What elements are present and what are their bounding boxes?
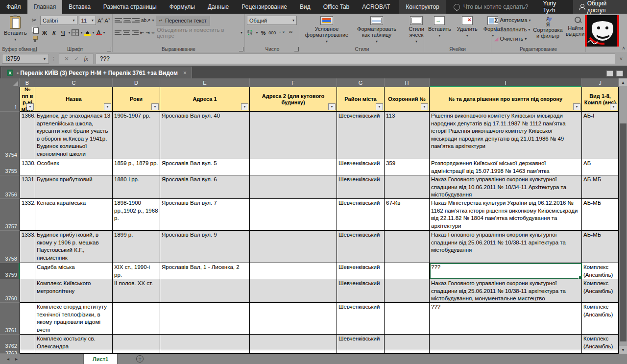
sheet-tab-active[interactable]: Лист1 (83, 354, 118, 364)
cell[interactable]: Комплекс (Ансамбль) (582, 303, 619, 335)
share-button[interactable]: Общий доступ (573, 0, 627, 14)
number-format-combobox[interactable]: Общий ▾ (247, 16, 297, 25)
row-header[interactable]: 3760 (0, 279, 20, 303)
document-tab[interactable]: X - Перелік КИЇВ (3) Реєстр Н-М + Перелі… (1, 67, 192, 78)
filter-button[interactable]: ▼ (376, 103, 383, 110)
tab-office-tab[interactable]: Office Tab (317, 0, 356, 14)
filter-button[interactable]: ▼ (104, 103, 111, 110)
cell[interactable] (250, 199, 337, 231)
font-color-button[interactable]: А (96, 30, 102, 35)
cell[interactable] (385, 263, 430, 279)
header-cell[interactable]: Роки▼ (113, 87, 160, 112)
header-cell[interactable]: Адреса 1▼ (160, 87, 250, 112)
column-header[interactable]: J (582, 78, 619, 87)
font-family-combobox[interactable]: Calibri ▾ (40, 16, 77, 25)
cell[interactable] (250, 335, 337, 350)
cell[interactable]: Шевченківський (337, 279, 385, 303)
cell[interactable]: Шевченківський (337, 303, 385, 335)
cell[interactable] (430, 335, 582, 350)
cell[interactable]: 1330. (20, 159, 35, 175)
row-header[interactable]: 3761 (0, 303, 20, 335)
borders-button[interactable] (72, 29, 79, 36)
cell[interactable] (20, 263, 35, 279)
italic-button[interactable]: К (50, 30, 58, 36)
name-box[interactable]: I3759 ▾ (2, 54, 49, 64)
cell[interactable]: 1331. (20, 175, 35, 199)
decrease-indent-button[interactable]: ⇤ (140, 30, 144, 35)
active-cell[interactable]: ??? (430, 263, 582, 279)
cell[interactable]: АБ-МБ (582, 231, 619, 263)
filter-button[interactable]: ▼ (26, 103, 34, 110)
dialog-launcher-icon[interactable] (32, 47, 37, 51)
column-header[interactable]: E (160, 78, 250, 87)
cell[interactable]: Садиба міська (35, 263, 113, 279)
scrollbar-thumb[interactable] (620, 123, 627, 341)
cell[interactable]: Кенаса караїмська (35, 199, 113, 231)
cell[interactable]: 1332. (20, 199, 35, 231)
merge-center-button[interactable]: ⬌ Объединить и поместить в центре ▾ (151, 27, 242, 39)
cell[interactable]: Шевченківський (337, 335, 385, 350)
row-header[interactable]: 3762 (0, 335, 20, 350)
cell[interactable]: 1898-1900 рр.,1902 р., 1968 р. (113, 199, 160, 231)
cell[interactable]: АБ (582, 159, 619, 175)
cell[interactable]: Ярославів Вал вул. 9 (160, 231, 250, 263)
cell[interactable] (20, 303, 35, 335)
row-header[interactable]: 3756 (0, 175, 20, 199)
cancel-entry-icon[interactable]: ✕ (64, 55, 69, 62)
cell[interactable] (385, 279, 430, 303)
cell[interactable]: 1366. (20, 112, 35, 159)
delete-cells-button[interactable]: Удалить ▾ (455, 15, 480, 46)
cell[interactable]: ??? (430, 303, 582, 335)
cell[interactable]: Будинок, де знаходилася 13 артелелійська… (35, 112, 113, 159)
cell[interactable] (113, 303, 160, 335)
column-header[interactable]: D (113, 78, 160, 87)
cell[interactable]: Розпорядження Київської міської державно… (430, 159, 582, 175)
cell[interactable]: Будинок прибутковий, в якому у 1906 р. м… (35, 231, 113, 263)
align-left-button[interactable] (115, 30, 121, 36)
align-right-button[interactable] (132, 30, 139, 36)
cell[interactable]: 67-Кв (385, 199, 430, 231)
percent-style-button[interactable]: % (261, 30, 266, 36)
column-header[interactable]: F (250, 78, 337, 87)
cell[interactable]: АБ-І (582, 112, 619, 159)
cell[interactable]: Наказ Головного управління охорони культ… (430, 279, 582, 303)
tab-design-contextual[interactable]: Конструктор (399, 0, 445, 14)
cell[interactable] (250, 159, 337, 175)
underline-button[interactable]: Ч (59, 30, 67, 36)
tab-data[interactable]: Данные (201, 0, 235, 14)
cell[interactable]: Будинок прибутковий (35, 175, 113, 199)
cell[interactable]: Рішення виконавчого комітету Київської м… (430, 112, 582, 159)
row-header[interactable]: 3763 (0, 350, 20, 354)
scroll-up-icon[interactable]: ▲ (619, 78, 627, 86)
cell[interactable]: Комплекс (Ансамбль) (582, 279, 619, 303)
cell[interactable]: Шевченківський (337, 159, 385, 175)
dialog-launcher-icon[interactable] (239, 47, 243, 51)
fill-color-button[interactable]: ◆ (84, 30, 91, 36)
align-middle-button[interactable] (123, 18, 131, 24)
row-header[interactable]: 1 (0, 87, 20, 112)
row-header[interactable]: 3758 (0, 231, 20, 263)
insert-cells-button[interactable]: Вставить ▾ (426, 15, 453, 46)
select-all-corner[interactable] (0, 78, 20, 87)
shrink-font-button[interactable]: А˅ (105, 17, 110, 24)
tab-file[interactable]: Файл (0, 0, 27, 14)
tab-menu-icon[interactable] (616, 71, 623, 76)
clear-button[interactable]: ◢ Очистить ▾ (493, 35, 532, 43)
filter-button[interactable]: ▼ (610, 103, 617, 110)
insert-function-icon[interactable]: fx (84, 55, 88, 63)
paste-button[interactable]: Вставить ▾ (2, 15, 29, 46)
cell[interactable]: Особняк (35, 159, 113, 175)
cell[interactable]: 1899 р. (113, 231, 160, 263)
cell[interactable] (160, 279, 250, 303)
wrap-text-button[interactable]: ↵ Перенести текст (156, 16, 210, 25)
tab-view[interactable]: Вид (293, 0, 317, 14)
cell[interactable]: 1859 р., 1879 рр. (113, 159, 160, 175)
cell[interactable]: Шевченківський (337, 263, 385, 279)
column-header-active[interactable]: I (430, 78, 582, 87)
cell[interactable] (250, 175, 337, 199)
align-center-button[interactable] (123, 30, 130, 36)
collapse-ribbon-icon[interactable]: ˄ (622, 46, 625, 51)
tab-formulas[interactable]: Формулы (163, 0, 201, 14)
header-cell[interactable]: № пп в р-ні міст.▼ (20, 87, 35, 112)
filter-button[interactable]: ▼ (421, 103, 428, 110)
